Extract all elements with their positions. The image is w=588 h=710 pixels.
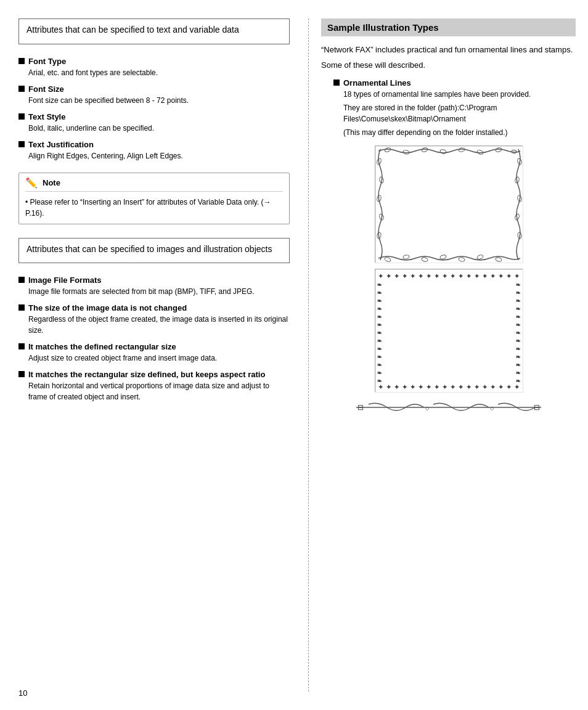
list-item: Font Type Arial, etc. and font types are…	[18, 57, 290, 78]
svg-text:⊟: ⊟	[534, 403, 540, 412]
right-bullet-desc2: They are stored in the folder (path):C:\…	[333, 102, 576, 124]
list-item: It matches the rectangular size defined,…	[18, 370, 290, 402]
svg-text:❧: ❧	[377, 362, 382, 368]
bullet-header: It matches the rectangular size defined,…	[18, 370, 290, 379]
svg-text:✦: ✦	[419, 273, 423, 279]
svg-text:❧: ❧	[516, 322, 521, 328]
right-bullet-header: Ornamental Lines	[333, 78, 576, 88]
svg-text:✦: ✦	[467, 273, 472, 279]
bullet-desc: Align Right Edges, Centering, Align Left…	[18, 150, 290, 161]
bullet-icon	[18, 277, 25, 283]
list-item: Text Style Bold, italic, underline can b…	[18, 112, 290, 134]
right-section-title: Sample Illustration Types	[321, 18, 576, 36]
ornament-line: ⊟ ◇ ◇ ⊟	[356, 398, 541, 417]
ornament-container: ✦ ✦ ✦ ✦ ✦ ✦ ✦ ✦ ✦ ✦ ✦ ✦ ✦ ✦ ✦	[321, 145, 576, 417]
svg-text:✦: ✦	[394, 273, 399, 279]
right-column: Sample Illustration Types “Network FAX” …	[315, 18, 576, 692]
svg-text:❧: ❧	[516, 290, 521, 296]
svg-text:✦: ✦	[410, 273, 415, 279]
svg-text:❧: ❧	[377, 282, 382, 288]
section-image-attributes: Attributes that can be specified to imag…	[18, 238, 290, 264]
svg-text:◇: ◇	[425, 406, 430, 411]
right-bullet-label: Ornamental Lines	[343, 78, 411, 88]
bullet-label: Text Justification	[28, 140, 94, 149]
svg-text:✦: ✦	[386, 273, 391, 279]
right-bullet-desc3: (This may differ depending on the folder…	[333, 127, 576, 138]
list-item: Font Size Font size can be specified bet…	[18, 84, 290, 106]
right-items-list: Ornamental Lines 18 types of ornamental …	[321, 78, 576, 138]
left-column: Attributes that can be specified to text…	[18, 18, 302, 692]
svg-text:❧: ❧	[516, 338, 521, 344]
svg-text:❧: ❧	[516, 282, 521, 288]
svg-rect-26	[375, 269, 523, 393]
svg-text:✦: ✦	[483, 384, 488, 390]
bullet-icon	[18, 343, 25, 349]
bullet-desc: Regardless of the object frame created, …	[18, 314, 290, 336]
svg-text:❧: ❧	[516, 354, 521, 360]
svg-text:❧: ❧	[516, 362, 521, 368]
list-item: The size of the image data is not change…	[18, 303, 290, 336]
column-divider	[308, 18, 309, 692]
list-item: Image File Formats Image file formats ar…	[18, 275, 290, 297]
svg-text:❧: ❧	[377, 330, 382, 336]
svg-text:✦: ✦	[402, 273, 407, 279]
bullet-header: Font Type	[18, 57, 290, 66]
svg-text:❧: ❧	[516, 298, 521, 304]
svg-text:❧: ❧	[516, 370, 521, 376]
svg-text:◇: ◇	[490, 406, 494, 411]
note-text: Please refer to “Inserting an Insert” fo…	[25, 198, 271, 218]
svg-text:✦: ✦	[459, 384, 463, 390]
section1-title: Attributes that can be specified to text…	[27, 24, 282, 36]
ornament-frame-1	[375, 145, 523, 263]
svg-text:❧: ❧	[516, 306, 521, 312]
right-intro2: Some of these will described.	[321, 59, 576, 72]
svg-text:✦: ✦	[427, 273, 431, 279]
svg-text:✦: ✦	[386, 384, 391, 390]
svg-text:❧: ❧	[516, 346, 521, 352]
svg-text:❧: ❧	[377, 298, 382, 304]
bullet-header: It matches the defined rectangular size	[18, 342, 290, 351]
svg-text:✦: ✦	[410, 384, 415, 390]
svg-text:❧: ❧	[377, 290, 382, 296]
bullet-icon	[18, 141, 25, 147]
bullet-header: The size of the image data is not change…	[18, 303, 290, 312]
note-box: ✏️ Note • Please refer to “Inserting an …	[18, 173, 290, 224]
svg-text:✦: ✦	[443, 273, 447, 279]
svg-text:✦: ✦	[483, 273, 488, 279]
svg-text:❧: ❧	[377, 322, 382, 328]
svg-text:✦: ✦	[499, 384, 504, 390]
bullet-header: Text Style	[18, 112, 290, 121]
bullet-label: It matches the rectangular size defined,…	[28, 370, 265, 379]
svg-text:✦: ✦	[475, 384, 480, 390]
section-text-attributes: Attributes that can be specified to text…	[18, 18, 290, 44]
page: Attributes that can be specified to text…	[0, 0, 588, 710]
svg-text:✦: ✦	[394, 384, 399, 390]
right-intro1: “Network FAX” includes practical and fun…	[321, 44, 576, 57]
ornament-svg-1	[375, 146, 523, 263]
svg-text:✦: ✦	[443, 384, 447, 390]
svg-text:❧: ❧	[377, 354, 382, 360]
bullet-header: Font Size	[18, 84, 290, 94]
right-bullet-desc1: 18 types of ornamental line samples have…	[333, 89, 576, 100]
bullet-label: Image File Formats	[28, 275, 101, 285]
bullet-label: The size of the image data is not change…	[28, 303, 187, 312]
ornament-svg-2: ✦ ✦ ✦ ✦ ✦ ✦ ✦ ✦ ✦ ✦ ✦ ✦ ✦ ✦ ✦	[375, 269, 523, 393]
svg-text:❧: ❧	[377, 378, 382, 384]
svg-text:✦: ✦	[475, 273, 480, 279]
list-item: It matches the defined rectangular size …	[18, 342, 290, 364]
bullet-icon	[333, 80, 340, 86]
svg-text:✦: ✦	[491, 384, 496, 390]
svg-text:✦: ✦	[451, 384, 455, 390]
svg-text:⊟: ⊟	[357, 403, 364, 412]
svg-text:✦: ✦	[451, 273, 455, 279]
svg-text:❧: ❧	[377, 338, 382, 344]
bullet-label: Font Type	[28, 57, 66, 66]
note-header: ✏️ Note	[25, 177, 283, 192]
bullet-desc: Image file formats are selected from bit…	[18, 286, 290, 297]
note-label: Note	[43, 178, 60, 187]
ornament-frame-2: ✦ ✦ ✦ ✦ ✦ ✦ ✦ ✦ ✦ ✦ ✦ ✦ ✦ ✦ ✦	[375, 269, 523, 392]
svg-text:✦: ✦	[459, 273, 463, 279]
svg-text:❧: ❧	[377, 306, 382, 312]
svg-text:✦: ✦	[507, 384, 512, 390]
svg-text:✦: ✦	[515, 273, 520, 279]
